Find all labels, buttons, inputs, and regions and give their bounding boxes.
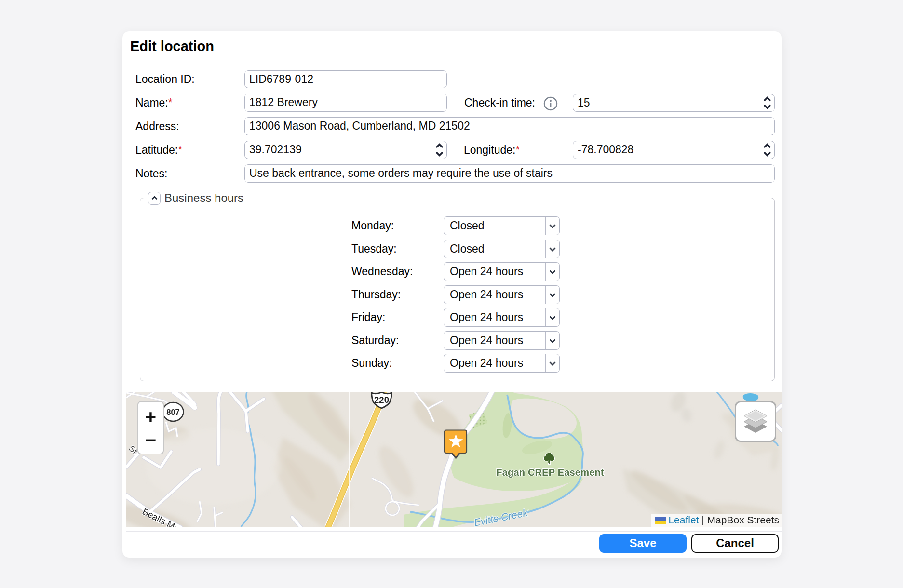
svg-text:220: 220 <box>374 395 389 405</box>
svg-text:Fagan CREP Easement: Fagan CREP Easement <box>496 467 604 478</box>
svg-text:807: 807 <box>166 408 180 416</box>
